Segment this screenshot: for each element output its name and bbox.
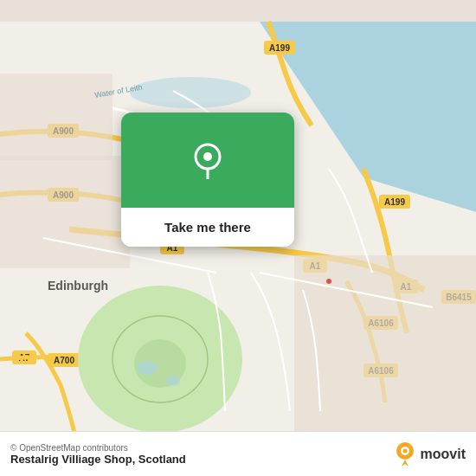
svg-rect-32 [0,74,113,160]
copyright-text: © OpenStreetMap contributors [10,443,186,453]
card-map-section [121,113,294,208]
svg-point-39 [326,279,331,284]
svg-text:A700: A700 [54,356,74,365]
location-name: Restalrig Villiage Shop, Scotland [10,453,186,466]
svg-point-41 [203,152,212,161]
moovit-brand-text: moovit [421,447,466,462]
svg-point-31 [166,376,180,386]
bottom-bar: © OpenStreetMap contributors Restalrig V… [0,431,476,476]
moovit-brand-icon [393,442,417,466]
svg-text:Edinburgh: Edinburgh [48,279,108,293]
svg-point-44 [402,448,407,453]
map-container: A199 A199 A900 A900 A1 A1 A1 A6106 A6106… [0,0,476,476]
moovit-logo[interactable]: moovit [393,442,466,466]
svg-point-2 [130,77,251,108]
card-overlay: Take me there [121,113,294,247]
svg-text:A199: A199 [384,197,405,207]
location-pin-icon [189,141,227,179]
location-info: © OpenStreetMap contributors Restalrig V… [10,443,186,466]
svg-point-30 [137,361,158,375]
svg-text:A199: A199 [269,43,290,53]
take-me-there-button[interactable]: Take me there [121,208,294,247]
